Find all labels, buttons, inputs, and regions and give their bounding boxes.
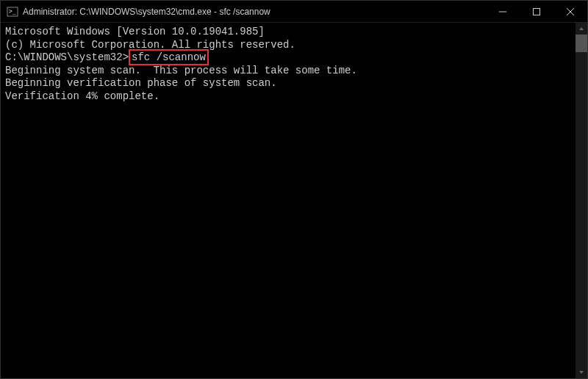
svg-text:>_: >_ <box>9 8 16 15</box>
window-controls <box>486 1 587 22</box>
window-title: Administrator: C:\WINDOWS\system32\cmd.e… <box>23 7 486 17</box>
svg-marker-6 <box>579 27 584 30</box>
scrollbar-down-arrow[interactable] <box>576 367 587 378</box>
output-line: Beginning system scan. This process will… <box>5 65 571 78</box>
command-text: sfc /scannow <box>132 51 206 63</box>
svg-marker-7 <box>579 371 584 374</box>
output-line: Microsoft Windows [Version 10.0.19041.98… <box>5 26 571 39</box>
output-line: Beginning verification phase of system s… <box>5 77 571 90</box>
minimize-button[interactable] <box>486 1 520 22</box>
maximize-button[interactable] <box>520 1 553 22</box>
cmd-icon: >_ <box>7 6 18 18</box>
output-line: Verification 4% complete. <box>5 90 571 104</box>
terminal-output[interactable]: Microsoft Windows [Version 10.0.19041.98… <box>1 23 576 378</box>
scrollbar-up-arrow[interactable] <box>576 23 587 35</box>
vertical-scrollbar[interactable] <box>576 23 587 378</box>
svg-rect-3 <box>534 8 540 15</box>
scrollbar-track[interactable] <box>576 35 587 367</box>
terminal-body: Microsoft Windows [Version 10.0.19041.98… <box>1 23 587 378</box>
close-button[interactable] <box>553 1 587 22</box>
prompt: C:\WINDOWS\system32> <box>5 51 129 63</box>
cmd-window: >_ Administrator: C:\WINDOWS\system32\cm… <box>0 0 588 379</box>
titlebar[interactable]: >_ Administrator: C:\WINDOWS\system32\cm… <box>1 1 587 23</box>
prompt-line: C:\WINDOWS\system32>sfc /scannow <box>5 51 571 65</box>
scrollbar-thumb[interactable] <box>576 35 587 52</box>
command-highlight: sfc /scannow <box>129 49 209 65</box>
output-line: (c) Microsoft Corporation. All rights re… <box>5 39 571 52</box>
